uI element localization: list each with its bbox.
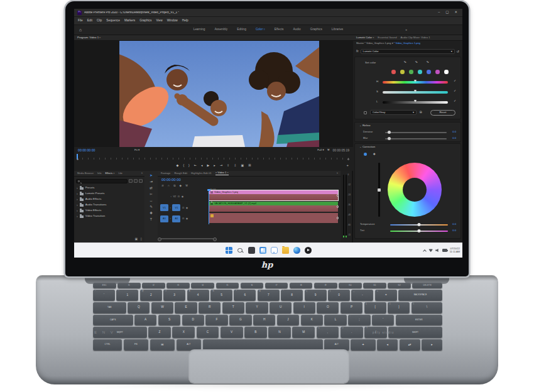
colorgray-checkbox[interactable] bbox=[364, 111, 367, 114]
add-marker-icon[interactable]: ◆ bbox=[179, 185, 182, 188]
refine-header[interactable]: Refine bbox=[359, 124, 371, 127]
workspace-overflow-icon[interactable]: » bbox=[405, 28, 407, 31]
slider-handle[interactable] bbox=[418, 229, 421, 232]
track-header-v2[interactable]: ▫ V2 ⊡◉ bbox=[158, 192, 208, 202]
effect-preset-dropdown[interactable]: Lumetri Color▾ bbox=[361, 49, 455, 54]
wifi-icon[interactable] bbox=[428, 249, 433, 253]
workspace-tab[interactable]: Assembly bbox=[214, 28, 227, 31]
track-target-a1[interactable]: A1 bbox=[172, 215, 180, 222]
timeline-clip-v1[interactable]: fx VACATION_H0806ATAMP_V1 (2).mp4 bbox=[209, 202, 338, 212]
effects-tree-item[interactable]: › Lumetri Presets bbox=[74, 191, 144, 197]
blur-slider[interactable] bbox=[385, 138, 447, 139]
search-button[interactable] bbox=[237, 247, 244, 254]
workspace-tab[interactable]: Audio bbox=[293, 28, 300, 31]
slip-tool[interactable]: ↔ bbox=[150, 199, 153, 203]
go-to-out-icon[interactable]: ⇥ bbox=[220, 164, 222, 167]
chat-button[interactable] bbox=[271, 247, 278, 254]
mini-scroll-handle-left[interactable] bbox=[77, 158, 79, 160]
color-swatch[interactable] bbox=[435, 70, 440, 74]
hue-slider[interactable] bbox=[383, 81, 448, 84]
timeline-playhead[interactable] bbox=[209, 189, 209, 224]
play-icon[interactable]: ▶ bbox=[207, 164, 210, 167]
timeline-horizontal-scrollbar[interactable] bbox=[159, 238, 215, 240]
effects-search-input[interactable] bbox=[76, 179, 128, 183]
ripple-edit-tool[interactable]: ⇄ bbox=[150, 187, 153, 190]
mini-scroll-handle-right[interactable] bbox=[347, 158, 349, 160]
effects-tree-item[interactable]: › Video Effects bbox=[74, 208, 144, 214]
timeline-settings-icon[interactable]: ⚒ bbox=[185, 185, 188, 188]
tint-value[interactable]: 0.0 bbox=[452, 229, 456, 232]
panel-tab[interactable]: Effects bbox=[105, 172, 114, 175]
eyedropper-icon[interactable]: ✐ bbox=[403, 60, 407, 63]
menu-item[interactable]: Help bbox=[182, 19, 188, 23]
close-button[interactable]: ✕ bbox=[454, 11, 457, 14]
clip-end-handle[interactable] bbox=[337, 217, 339, 219]
track-header-a1[interactable]: A1 ▫ A1 ⊡◉ bbox=[158, 214, 208, 224]
menu-item[interactable]: Window bbox=[167, 19, 178, 23]
menu-item[interactable]: Graphics bbox=[139, 19, 151, 23]
comparison-view-icon[interactable]: ⊞ bbox=[248, 164, 251, 167]
delete-icon[interactable]: ▯ bbox=[140, 237, 142, 241]
color-swatch[interactable] bbox=[409, 70, 413, 74]
panel-tab[interactable]: Info bbox=[97, 172, 102, 175]
colorgray-dropdown[interactable]: Color/Gray▾ bbox=[370, 110, 417, 115]
track-select-tool[interactable]: ⇥ bbox=[150, 180, 153, 184]
menu-item[interactable]: Clip bbox=[97, 19, 102, 23]
sequence-tab[interactable]: Rough Edit bbox=[174, 172, 187, 175]
timeline-timecode[interactable]: 00:00:00:00 bbox=[161, 178, 181, 182]
saturation-checkbox[interactable]: ✓ bbox=[454, 90, 456, 93]
color-swatch[interactable] bbox=[444, 70, 449, 74]
effects-tree-item[interactable]: › Video Transition bbox=[74, 214, 144, 219]
eyedropper-minus-icon[interactable]: ✐ bbox=[427, 60, 430, 63]
temperature-value[interactable]: 0.0 bbox=[452, 223, 456, 226]
track-header-v1[interactable]: V1 ▫ V1 ⊡◉ bbox=[158, 203, 208, 213]
workspace-tab[interactable]: Learning bbox=[193, 28, 205, 31]
new-bin-icon[interactable]: ▣ bbox=[135, 237, 138, 241]
zoom-fit-dropdown[interactable]: Fit ▾ bbox=[134, 149, 139, 151]
accelerated-effects-filter-icon[interactable] bbox=[129, 179, 133, 183]
timeline-clip-v2[interactable]: fx Video_Graphics 1.png bbox=[209, 190, 338, 200]
step-forward-icon[interactable]: ▸ bbox=[214, 164, 215, 167]
menu-item[interactable]: Edit bbox=[87, 19, 92, 23]
start-button[interactable] bbox=[226, 247, 232, 254]
add-marker-icon[interactable]: ◆ bbox=[177, 164, 179, 167]
luminance-vertical-slider[interactable] bbox=[378, 163, 380, 217]
type-tool[interactable]: T bbox=[150, 218, 152, 222]
export-frame-icon[interactable]: ▣ bbox=[241, 164, 244, 167]
workspace-tab[interactable]: Graphics bbox=[310, 28, 322, 31]
mark-in-icon[interactable]: { bbox=[183, 164, 184, 167]
window-titlebar[interactable]: Pr Adobe Premiere Pro 2020 - C:\Users\De… bbox=[74, 9, 462, 17]
menu-item[interactable]: File bbox=[78, 19, 83, 23]
reset-effect-icon[interactable]: ↺ bbox=[457, 50, 459, 53]
panel-tab[interactable]: Audio Clip Mixer: Video 1 bbox=[401, 36, 430, 39]
hand-tool[interactable]: ✥ bbox=[150, 212, 153, 215]
panel-overflow-icon[interactable]: » bbox=[337, 172, 338, 175]
denoise-slider[interactable] bbox=[385, 132, 447, 133]
effects-tree-item[interactable]: › Audio Effects bbox=[74, 197, 144, 202]
maximize-button[interactable]: ▢ bbox=[445, 11, 449, 14]
playback-quality-dropdown[interactable]: Full ▾ bbox=[317, 149, 324, 151]
invert-mask-icon[interactable]: ⧉ bbox=[420, 111, 422, 114]
program-monitor-tab[interactable]: Program: Video 1 bbox=[77, 36, 101, 40]
button-editor-plus-icon[interactable]: + bbox=[346, 163, 349, 167]
volume-icon[interactable] bbox=[435, 249, 440, 253]
temperature-slider[interactable] bbox=[390, 224, 448, 226]
media-player-button[interactable] bbox=[305, 247, 312, 254]
home-icon[interactable]: ⌂ bbox=[79, 28, 82, 32]
luma-checkbox[interactable]: ✓ bbox=[454, 100, 456, 103]
program-timecode[interactable]: 00:00:00:00 bbox=[78, 149, 95, 152]
timeline-clip-a1[interactable] bbox=[209, 213, 338, 223]
step-back-icon[interactable]: ◂ bbox=[201, 164, 203, 167]
workspace-tab[interactable]: Color bbox=[256, 28, 265, 31]
lift-icon[interactable]: ⇧ bbox=[227, 164, 229, 167]
minimize-button[interactable]: – bbox=[438, 11, 440, 14]
correction-header[interactable]: Correction bbox=[359, 146, 375, 148]
clip-end-handle[interactable] bbox=[337, 205, 339, 208]
extract-icon[interactable]: ⇩ bbox=[234, 164, 236, 167]
effects-tree-item[interactable]: › Audio Transitions bbox=[74, 202, 144, 208]
slider-handle[interactable] bbox=[418, 223, 421, 226]
32bit-effects-filter-icon[interactable] bbox=[134, 179, 138, 183]
snap-icon[interactable]: ∩ bbox=[168, 185, 170, 188]
color-swatch[interactable] bbox=[418, 70, 422, 74]
color-swatch[interactable] bbox=[427, 70, 431, 74]
